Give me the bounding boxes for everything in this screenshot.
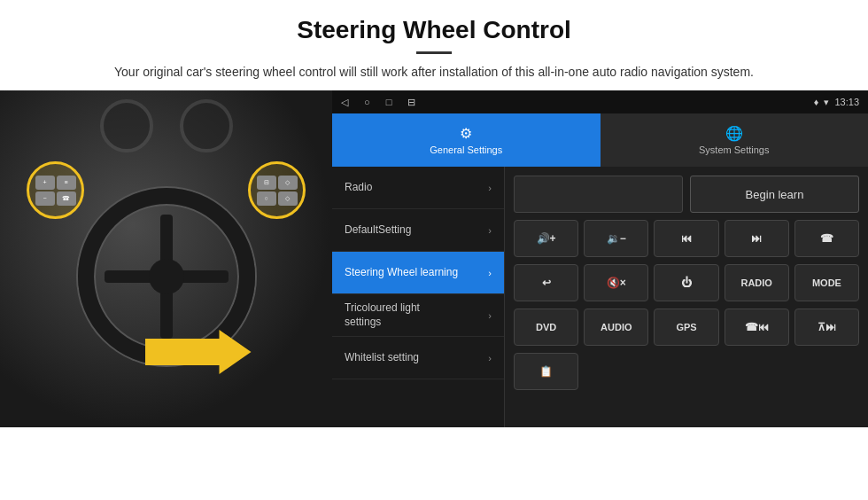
control-row-4: 📋 <box>514 353 859 390</box>
right-panel: Begin learn 🔊+ 🔉− ⏮ ⏭ <box>505 167 868 427</box>
top-row: Begin learn <box>514 176 859 213</box>
settings-content: Radio › DefaultSetting › Steering Wheel … <box>332 167 868 427</box>
yellow-arrow <box>145 330 252 374</box>
main-content: + ≡ − ☎ ⊟ ◇ ○ ◇ <box>0 90 868 427</box>
skip-next-button[interactable]: ⊼⏭ <box>794 309 859 346</box>
menu-default-setting[interactable]: DefaultSetting › <box>332 209 504 252</box>
menu-radio-chevron: › <box>488 183 492 193</box>
btn-diamond2: ◇ <box>278 191 298 206</box>
left-button-circle: + ≡ − ☎ <box>27 161 84 219</box>
prev-icon: ⏮ <box>681 232 692 245</box>
left-btn-grid: + ≡ − ☎ <box>35 176 76 206</box>
status-icons: ♦ ▾ 13:13 <box>814 97 859 108</box>
btn-minus: − <box>35 191 55 206</box>
phone-button[interactable]: ☎ <box>794 220 859 257</box>
btn-diamond: ◇ <box>278 176 298 190</box>
android-ui: ◁ ○ □ ⊟ ♦ ▾ 13:13 ⚙ General Settings 🌐 S… <box>332 90 868 427</box>
radio-button[interactable]: RADIO <box>725 264 789 301</box>
skip-next-icon: ⊼⏭ <box>818 321 836 333</box>
dvd-button[interactable]: DVD <box>514 309 578 346</box>
power-icon: ⏻ <box>681 277 692 289</box>
dash-gauges <box>0 99 332 161</box>
gauge-left <box>100 99 153 152</box>
mute-button[interactable]: 🔇× <box>584 264 648 301</box>
gps-label: GPS <box>676 322 696 332</box>
dvd-label: DVD <box>536 322 556 332</box>
menu-whitelist-chevron: › <box>488 353 492 363</box>
header-description: Your original car's steering wheel contr… <box>53 63 815 82</box>
phone-icon: ☎ <box>820 232 833 245</box>
empty-input-box <box>514 176 683 213</box>
car-image: + ≡ − ☎ ⊟ ◇ ○ ◇ <box>0 90 332 427</box>
time-display: 13:13 <box>834 97 859 107</box>
right-btn-grid: ⊟ ◇ ○ ◇ <box>257 176 298 206</box>
gps-icon: ♦ <box>814 97 819 107</box>
mute-icon: 🔇× <box>607 277 626 289</box>
right-button-circle: ⊟ ◇ ○ ◇ <box>248 161 306 219</box>
gps-button[interactable]: GPS <box>654 309 718 346</box>
control-row-1: 🔊+ 🔉− ⏮ ⏭ ☎ <box>514 220 859 257</box>
begin-learn-button[interactable]: Begin learn <box>690 176 859 213</box>
menu-tricoloured-label: Tricoloured lightsettings <box>345 301 420 329</box>
nav-buttons: ◁ ○ □ ⊟ <box>341 97 415 108</box>
general-settings-icon: ⚙ <box>460 125 472 142</box>
tab-system-label: System Settings <box>699 145 769 155</box>
control-row-2: ↩ 🔇× ⏻ RADIO MODE <box>514 264 859 301</box>
list-button[interactable]: 📋 <box>514 353 578 390</box>
menu-default-chevron: › <box>488 225 492 236</box>
menu-tricoloured-chevron: › <box>488 310 492 321</box>
tab-general-label: General Settings <box>430 145 502 155</box>
car-bg: + ≡ − ☎ ⊟ ◇ ○ ◇ <box>0 90 332 427</box>
vol-down-button[interactable]: 🔉− <box>584 220 648 257</box>
next-track-button[interactable]: ⏭ <box>725 220 789 257</box>
vol-down-icon: 🔉− <box>607 232 626 245</box>
wifi-icon: ▾ <box>824 97 829 108</box>
tab-system-settings[interactable]: 🌐 System Settings <box>601 113 869 167</box>
menu-steering-label: Steering Wheel learning <box>345 266 458 280</box>
btn-src: ⊟ <box>257 176 276 190</box>
arrow-shape <box>145 330 252 374</box>
vol-up-button[interactable]: 🔊+ <box>514 220 578 257</box>
menu-nav[interactable]: ⊟ <box>407 97 415 108</box>
recents-nav[interactable]: □ <box>386 97 392 107</box>
audio-label: AUDIO <box>601 322 632 332</box>
gauge-right <box>180 99 233 152</box>
btn-media: ≡ <box>57 176 76 190</box>
btn-plus: + <box>35 176 55 190</box>
menu-default-label: DefaultSetting <box>345 223 411 238</box>
mode-label: MODE <box>812 277 841 288</box>
call-icon: ↩ <box>542 277 551 289</box>
btn-circle: ○ <box>257 191 276 206</box>
audio-button[interactable]: AUDIO <box>584 309 648 346</box>
menu-radio[interactable]: Radio › <box>332 167 504 209</box>
header-section: Steering Wheel Control Your original car… <box>0 0 868 90</box>
btn-call: ☎ <box>57 191 76 206</box>
power-button[interactable]: ⏻ <box>654 264 718 301</box>
vol-up-icon: 🔊+ <box>537 232 556 245</box>
sw-center-hub <box>149 259 184 294</box>
page-title: Steering Wheel Control <box>53 16 815 44</box>
mode-button[interactable]: MODE <box>794 264 859 301</box>
menu-steering-chevron: › <box>488 268 492 278</box>
menu-list: Radio › DefaultSetting › Steering Wheel … <box>332 167 505 427</box>
next-icon: ⏭ <box>751 232 762 245</box>
back-nav[interactable]: ◁ <box>341 97 348 108</box>
menu-whitelist[interactable]: Whitelist setting › <box>332 337 504 379</box>
radio-label: RADIO <box>740 277 771 288</box>
call-button[interactable]: ↩ <box>514 264 578 301</box>
tab-general-settings[interactable]: ⚙ General Settings <box>332 113 601 167</box>
phone-prev-button[interactable]: ☎⏮ <box>725 309 789 346</box>
prev-track-button[interactable]: ⏮ <box>654 220 718 257</box>
tabs-bar: ⚙ General Settings 🌐 System Settings <box>332 113 868 167</box>
list-icon: 📋 <box>539 365 553 378</box>
home-nav[interactable]: ○ <box>364 97 370 107</box>
control-row-3: DVD AUDIO GPS ☎⏮ ⊼⏭ <box>514 309 859 346</box>
menu-radio-label: Radio <box>345 181 372 195</box>
status-bar: ◁ ○ □ ⊟ ♦ ▾ 13:13 <box>332 90 868 113</box>
title-divider <box>416 51 452 54</box>
system-settings-icon: 🌐 <box>725 125 743 142</box>
phone-prev-icon: ☎⏮ <box>745 321 769 333</box>
menu-whitelist-label: Whitelist setting <box>345 351 419 365</box>
menu-steering-wheel[interactable]: Steering Wheel learning › <box>332 252 504 294</box>
menu-tricoloured[interactable]: Tricoloured lightsettings › <box>332 294 504 337</box>
